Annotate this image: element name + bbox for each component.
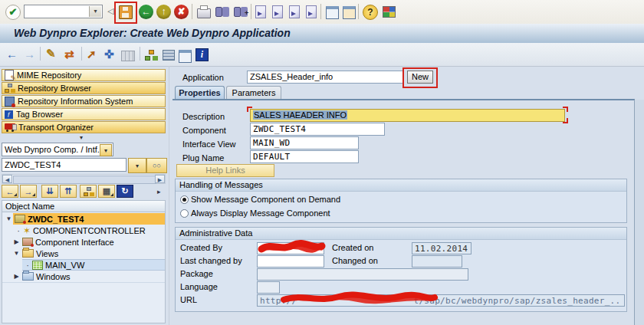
chevron-down-icon[interactable]: ▾ [100, 144, 112, 156]
last-changed-by-field[interactable] [257, 255, 324, 268]
fullscreen-icon[interactable] [179, 50, 192, 63]
expander-icon[interactable]: ▼ [13, 250, 20, 257]
object-name-input[interactable]: ZWDC_TEST4 [2, 158, 127, 172]
sidebar-item-transport-organizer[interactable]: Transport Organizer [2, 121, 166, 133]
vertical-scroll-strip[interactable] [635, 100, 644, 325]
tree-item-zwdc-test4[interactable]: ▼ ZWDC_TEST4 [2, 213, 165, 225]
cancel-icon[interactable]: ✘ [174, 5, 189, 19]
collapse-icon[interactable]: ◁ [107, 6, 113, 16]
hierarchy-icon[interactable] [145, 50, 157, 61]
messages-group-title: Handling of Messages [176, 179, 626, 192]
new-session-icon[interactable] [326, 6, 339, 19]
command-dropdown-icon[interactable]: ▾ [89, 6, 101, 17]
sidebar-item-tag-browser[interactable]: ƒ Tag Browser [2, 108, 166, 120]
application-input[interactable]: ZSALES_Header_info [247, 71, 404, 84]
admin-group-title: Administrative Data [176, 228, 626, 240]
sidebar-divider [169, 66, 169, 325]
browser-type-select[interactable]: Web Dynpro Comp. / Intf. ▾ [2, 143, 113, 156]
sidebar-horizontal-scrollbar[interactable]: ◀ ▶ [2, 174, 166, 184]
tree-toolbar-overflow-icon[interactable]: ▸ [157, 188, 161, 195]
standard-toolbar: ✔ ▾ ◁ ← ↑ ✘ + ? [0, 0, 644, 25]
tree-item-main-vw[interactable]: · MAIN_VW [2, 259, 165, 271]
new-annotation-box [402, 67, 438, 88]
created-on-label: Created on [332, 243, 373, 252]
back-icon[interactable]: ← [139, 5, 153, 19]
stacked-view-icon[interactable] [163, 50, 175, 61]
selected-text: SALES HAEADER INFO [253, 110, 347, 120]
next-page-icon[interactable] [289, 5, 300, 18]
tree-item-views[interactable]: ▼ Views [2, 248, 165, 259]
tree-item-componentcontroller[interactable]: · ✶ COMPONENTCONTROLLER [2, 225, 165, 236]
expander-icon[interactable]: ▼ [5, 215, 12, 222]
sap-window: ✔ ▾ ◁ ← ↑ ✘ + ? Web Dynpro Explorer: Cre… [0, 0, 644, 325]
info-icon[interactable]: i [196, 48, 209, 61]
command-field[interactable]: ▾ [24, 5, 103, 18]
table-view-icon[interactable] [121, 51, 135, 61]
goto-icon[interactable]: ➚ [87, 48, 97, 61]
url-field[interactable]: http://t/sap/bc/webdynpro/sap/zsales_hea… [257, 294, 625, 307]
tree-item-component-interface[interactable]: ▶ Component Interface [2, 236, 165, 248]
package-field[interactable] [257, 268, 468, 281]
created-by-label: Created By [180, 243, 222, 252]
tree-forward-icon[interactable]: → [20, 185, 37, 198]
interface-view-input[interactable]: MAIN_WD [250, 136, 359, 149]
cursor-mark [563, 118, 568, 123]
scroll-left-icon[interactable]: ◀ [2, 175, 12, 183]
plug-name-input[interactable]: DEFAULT [250, 150, 359, 163]
radio-show-on-demand[interactable] [180, 195, 189, 204]
hierarchy-icon [5, 84, 15, 93]
scrollbar-thumb[interactable] [13, 176, 156, 184]
tab-properties[interactable]: Properties [175, 86, 225, 100]
expander-icon[interactable]: ▶ [13, 273, 20, 280]
previous-page-icon[interactable] [272, 5, 283, 18]
back-icon[interactable]: ← [6, 48, 18, 61]
description-input[interactable]: SALES HAEADER INFO [250, 109, 565, 122]
display-object-icon[interactable]: ○○ [146, 158, 167, 173]
created-on-field[interactable]: 11.02.2014 [412, 242, 472, 254]
radio-always-display[interactable] [180, 209, 189, 218]
find-icon[interactable] [215, 7, 222, 17]
tree-item-windows[interactable]: ▶ Windows [2, 271, 165, 283]
print-icon[interactable] [197, 8, 211, 18]
expand-all-icon[interactable]: ⇊ [41, 185, 58, 198]
cursor-mark [563, 107, 568, 112]
sidebar-item-repository-browser[interactable]: Repository Browser [2, 82, 166, 94]
exit-icon[interactable]: ↑ [156, 5, 171, 19]
navigate-icon[interactable]: ✜ [104, 48, 114, 61]
create-shortcut-icon[interactable] [343, 6, 356, 19]
tab-parameters[interactable]: Parameters [226, 86, 281, 100]
expander-icon[interactable]: ▶ [13, 238, 20, 245]
component-input[interactable]: ZWDC_TEST4 [250, 123, 385, 136]
description-label: Description [182, 112, 225, 121]
refresh-icon[interactable]: ⇄ [64, 48, 74, 61]
tree-back-icon[interactable]: ← [2, 185, 18, 198]
radio-label: Always Display Message Component [191, 208, 330, 218]
tree-column-header: Object Name [2, 200, 166, 212]
help-links-button[interactable]: Help Links [176, 164, 274, 177]
last-page-icon[interactable] [306, 5, 317, 18]
scroll-right-icon[interactable]: ▶ [155, 175, 165, 183]
url-label: URL [180, 295, 197, 304]
help-icon[interactable]: ? [363, 5, 378, 20]
infosystem-icon [5, 97, 15, 107]
sidebar-item-mime-repository[interactable]: MIME Repository [2, 69, 166, 81]
object-name-value: ZWDC_TEST4 [5, 160, 61, 169]
tree-refresh-icon[interactable]: ↻ [117, 185, 133, 198]
sidebar-item-repository-information-system[interactable]: Repository Information System [2, 95, 166, 107]
find-next-icon[interactable] [234, 7, 241, 17]
changed-on-field[interactable] [412, 255, 462, 268]
row-highlight [22, 259, 165, 271]
tag-icon: ƒ [5, 110, 13, 119]
customize-layout-icon[interactable] [383, 6, 396, 18]
created-by-field[interactable] [257, 242, 324, 254]
tree-settings-icon[interactable]: ▦ [98, 185, 115, 198]
object-dropdown-icon[interactable]: ▾ [128, 158, 146, 173]
collapse-panel-icon[interactable]: ▾ [80, 134, 83, 141]
first-page-icon[interactable] [255, 5, 266, 18]
language-field[interactable] [257, 281, 280, 294]
tree-hierarchy-icon[interactable] [80, 185, 97, 198]
forward-icon[interactable]: → [24, 48, 35, 61]
enter-icon[interactable]: ✔ [5, 5, 21, 20]
collapse-all-icon[interactable]: ⇈ [60, 185, 77, 198]
display-change-icon[interactable]: ✎ [46, 47, 56, 61]
